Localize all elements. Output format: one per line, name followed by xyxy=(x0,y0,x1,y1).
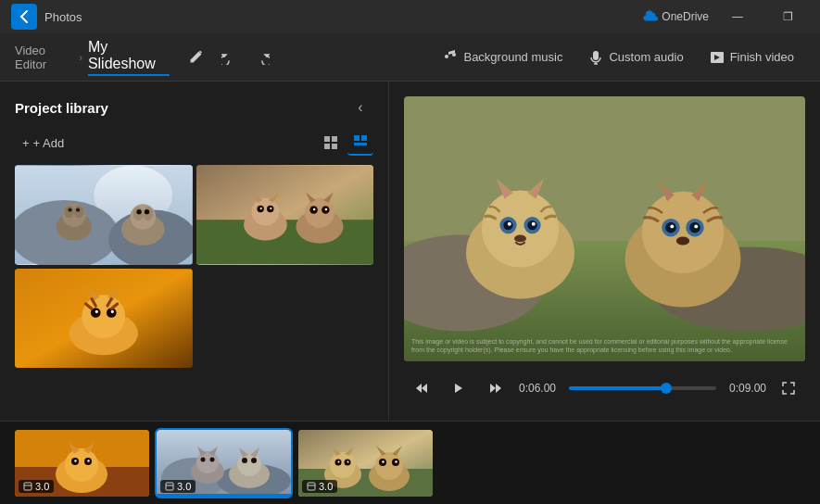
svg-point-100 xyxy=(87,460,89,461)
timeline: 3.0 xyxy=(0,421,820,504)
svg-point-74 xyxy=(642,192,724,273)
play-button[interactable] xyxy=(445,374,473,402)
svg-point-18 xyxy=(76,208,80,211)
timeline-duration-wolf: 3.0 xyxy=(177,481,191,492)
svg-point-94 xyxy=(65,448,98,482)
timeline-item-tiger[interactable]: 3.0 xyxy=(15,430,149,497)
svg-point-70 xyxy=(508,222,511,226)
progress-thumb[interactable] xyxy=(661,383,672,394)
breadcrumb-parent[interactable]: Video Editor xyxy=(15,44,73,71)
svg-marker-86 xyxy=(416,384,422,393)
toolbar-right: Background music Custom audio Finish vid… xyxy=(432,41,805,74)
toolbar-actions xyxy=(181,43,277,72)
svg-point-51 xyxy=(111,310,114,313)
title-bar-right: OneDrive — ❐ xyxy=(643,0,809,33)
svg-point-83 xyxy=(670,224,674,228)
edit-button[interactable] xyxy=(181,43,210,72)
svg-point-113 xyxy=(237,452,261,476)
skip-forward-button[interactable] xyxy=(482,374,510,402)
grid-view-button[interactable] xyxy=(318,130,344,156)
svg-point-107 xyxy=(196,451,219,473)
svg-marker-89 xyxy=(490,384,496,393)
timeline-badge-tiger: 3.0 xyxy=(19,480,54,493)
background-music-button[interactable]: Background music xyxy=(432,41,574,74)
breadcrumb-current: My Slideshow xyxy=(88,39,170,76)
timeline-duration-cubs: 3.0 xyxy=(319,481,333,492)
svg-rect-3 xyxy=(332,136,337,142)
timeline-item-wolf[interactable]: 3.0 xyxy=(157,430,291,497)
timeline-item-cubs[interactable]: 3.0 xyxy=(298,430,433,497)
timeline-duration-tiger: 3.0 xyxy=(35,481,49,492)
svg-point-116 xyxy=(242,458,247,463)
redo-button[interactable] xyxy=(247,43,277,72)
total-time: 0:09.00 xyxy=(725,382,766,395)
progress-container[interactable] xyxy=(569,386,716,390)
video-preview: This image or video is subject to copyri… xyxy=(404,96,805,361)
media-thumb-wolves[interactable] xyxy=(15,165,193,265)
svg-point-72 xyxy=(514,235,526,243)
onedrive-label: OneDrive xyxy=(662,10,709,23)
svg-point-84 xyxy=(694,224,698,228)
svg-point-28 xyxy=(251,198,279,226)
svg-point-136 xyxy=(382,460,384,462)
add-media-button[interactable]: + + Add xyxy=(15,132,71,154)
collapse-button[interactable]: ‹ xyxy=(347,94,373,120)
svg-point-41 xyxy=(312,208,315,211)
progress-track[interactable] xyxy=(569,386,716,390)
svg-point-71 xyxy=(532,222,536,226)
add-icon: + xyxy=(22,136,30,150)
maximize-button[interactable]: ❐ xyxy=(766,0,809,33)
svg-point-110 xyxy=(201,457,206,461)
svg-rect-6 xyxy=(354,135,360,141)
rewind-button[interactable] xyxy=(408,374,435,402)
fullscreen-button[interactable] xyxy=(776,375,801,401)
video-controls: 0:06.00 0:09.00 xyxy=(404,361,805,406)
breadcrumb: Video Editor › My Slideshow xyxy=(15,39,170,76)
undo-button[interactable] xyxy=(214,43,244,72)
svg-marker-90 xyxy=(496,384,501,393)
timeline-badge-cubs: 3.0 xyxy=(302,480,337,493)
svg-point-129 xyxy=(347,460,349,462)
progress-fill xyxy=(569,386,666,390)
custom-audio-label: Custom audio xyxy=(609,50,683,64)
title-bar-left: Photos xyxy=(11,4,82,30)
minimize-button[interactable]: — xyxy=(716,0,759,33)
media-thumb-tiger[interactable] xyxy=(15,269,193,369)
finish-video-button[interactable]: Finish video xyxy=(699,41,805,74)
back-button[interactable] xyxy=(11,4,37,30)
svg-point-42 xyxy=(324,208,327,211)
current-time: 0:06.00 xyxy=(519,382,560,395)
custom-audio-button[interactable]: Custom audio xyxy=(577,41,694,74)
svg-rect-2 xyxy=(324,136,330,142)
svg-rect-101 xyxy=(24,483,32,490)
svg-point-23 xyxy=(136,209,141,214)
svg-point-123 xyxy=(330,452,356,478)
finish-video-label: Finish video xyxy=(730,50,794,64)
main-content: Project library ‹ + + Add xyxy=(0,82,820,421)
svg-rect-7 xyxy=(361,135,367,141)
media-thumb-cats1[interactable] xyxy=(196,165,374,265)
svg-point-45 xyxy=(82,295,125,338)
view-toggle xyxy=(318,130,373,156)
panel-header: Project library ‹ xyxy=(0,82,388,130)
svg-point-128 xyxy=(338,460,340,462)
svg-point-61 xyxy=(482,190,559,267)
svg-point-17 xyxy=(68,208,71,211)
add-label: + Add xyxy=(33,136,65,150)
svg-point-33 xyxy=(259,208,261,209)
svg-rect-5 xyxy=(332,144,337,149)
panel-toolbar: + + Add xyxy=(0,130,388,165)
svg-point-50 xyxy=(95,310,98,313)
onedrive-button[interactable]: OneDrive xyxy=(643,9,709,24)
toolbar: Video Editor › My Slideshow Background m… xyxy=(0,33,820,82)
list-view-button[interactable] xyxy=(347,130,373,156)
preview-caption: This image or video is subject to copyri… xyxy=(411,337,798,354)
svg-point-16 xyxy=(74,206,84,218)
media-grid xyxy=(0,165,388,368)
svg-rect-138 xyxy=(308,483,315,490)
panel-title: Project library xyxy=(15,100,108,116)
svg-point-117 xyxy=(251,458,257,463)
svg-point-99 xyxy=(74,460,76,461)
timeline-badge-wolf: 3.0 xyxy=(160,480,196,493)
svg-marker-88 xyxy=(455,384,462,393)
